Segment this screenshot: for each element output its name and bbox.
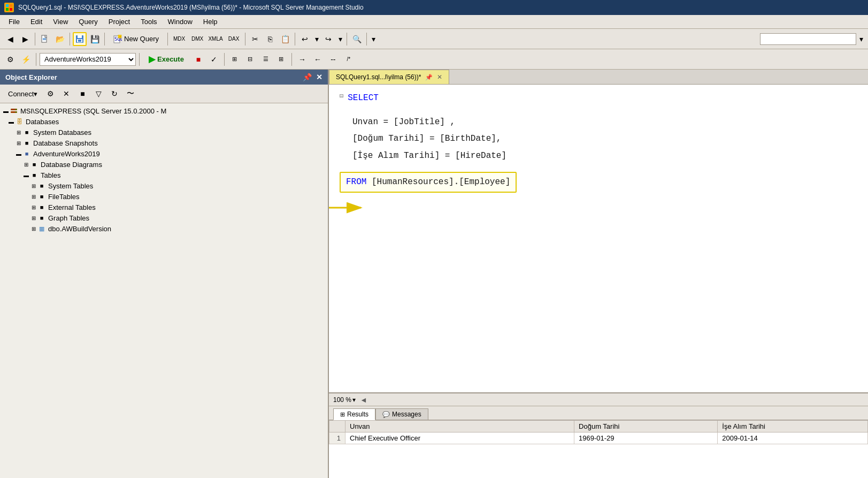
zoom-selector[interactable]: 100 % ▾ bbox=[333, 396, 356, 404]
separator-2 bbox=[70, 33, 70, 45]
uncomment-button[interactable]: /* bbox=[342, 52, 356, 66]
tab-pin-icon[interactable]: 📌 bbox=[425, 74, 433, 81]
results-tab[interactable]: ⊞ Results bbox=[333, 408, 375, 420]
cut-button[interactable]: ✂ bbox=[248, 32, 262, 46]
menu-help[interactable]: Help bbox=[198, 17, 223, 27]
menu-edit[interactable]: Edit bbox=[25, 17, 48, 27]
tree-systables[interactable]: ⊞ ■ System Tables bbox=[0, 180, 328, 191]
results-toolbar: 100 % ▾ ◄ bbox=[329, 393, 868, 406]
menu-project[interactable]: Project bbox=[103, 17, 135, 27]
menu-file[interactable]: File bbox=[3, 17, 25, 27]
sysdbs-expand-icon: ⊞ bbox=[15, 128, 22, 136]
sql-code-area[interactable]: ⊟ SELECT Unvan = [JobTitle] , [Doğum Tar… bbox=[329, 85, 868, 392]
dmx-button[interactable]: DMX bbox=[189, 32, 206, 46]
undo-dropdown[interactable]: ▾ bbox=[313, 32, 320, 46]
oe-stop-button[interactable]: ■ bbox=[75, 87, 89, 101]
new-query-button[interactable]: SQL + New Query bbox=[107, 32, 165, 47]
menu-view[interactable]: View bbox=[48, 17, 73, 27]
search-input[interactable] bbox=[760, 33, 856, 45]
filetables-icon: ■ bbox=[37, 192, 46, 201]
oe-tree: ▬ MSI\SQLEXPRESS (SQL Server 15.0.2000 -… bbox=[0, 103, 328, 478]
tree-dbsnaps[interactable]: ⊞ ■ Database Snapshots bbox=[0, 138, 328, 148]
tree-adventureworks[interactable]: ▬ ■ AdventureWorks2019 bbox=[0, 148, 328, 159]
menu-query[interactable]: Query bbox=[73, 17, 103, 27]
oe-refresh-button[interactable]: ↻ bbox=[107, 87, 121, 101]
dbsnaps-expand-icon: ⊞ bbox=[15, 139, 22, 147]
redo-button[interactable]: ↪ bbox=[321, 32, 335, 46]
results-table-container: Unvan Doğum Tarihi İşe Alım Tarihi 1 Chi… bbox=[329, 420, 868, 478]
grid-button[interactable]: ⊞ bbox=[274, 52, 288, 66]
svg-rect-1 bbox=[10, 4, 12, 7]
table-row: 1 Chief Executive Officer 1969-01-29 200… bbox=[329, 433, 868, 444]
save-all-button[interactable]: 💾 bbox=[88, 32, 102, 46]
tables-expand-icon: ▬ bbox=[22, 171, 30, 179]
app-icon bbox=[4, 3, 14, 12]
results-button[interactable]: ☰ bbox=[259, 52, 273, 66]
disp-est-button[interactable]: ⊟ bbox=[243, 52, 257, 66]
database-selector[interactable]: AdventureWorks2019 bbox=[40, 53, 136, 66]
toolbar2-btn2[interactable]: ⚡ bbox=[19, 52, 33, 66]
execute-button[interactable]: ▶ Execute bbox=[143, 52, 190, 67]
back-button[interactable]: ◀ bbox=[3, 32, 17, 46]
filetables-expand-icon: ⊞ bbox=[30, 193, 37, 200]
tree-tables[interactable]: ▬ ■ Tables bbox=[0, 170, 328, 180]
search-dropdown[interactable]: ▾ bbox=[857, 32, 865, 46]
check-button[interactable]: ✓ bbox=[207, 52, 221, 66]
separator-6 bbox=[295, 33, 295, 45]
tree-server[interactable]: ▬ MSI\SQLEXPRESS (SQL Server 15.0.2000 -… bbox=[0, 105, 328, 116]
parse-button[interactable]: ⊞ bbox=[228, 52, 242, 66]
oe-connect-button[interactable]: Connect▾ bbox=[4, 87, 41, 101]
tree-databases[interactable]: ▬ 🗄 Databases bbox=[0, 116, 328, 127]
tree-externtables[interactable]: ⊞ ■ External Tables bbox=[0, 202, 328, 213]
copy-button[interactable]: ⎘ bbox=[263, 32, 277, 46]
open-file-button[interactable]: 📂 bbox=[53, 32, 67, 46]
oe-filter-button[interactable]: ⚙ bbox=[43, 87, 57, 101]
zoom-dropdown-icon[interactable]: ▾ bbox=[352, 396, 356, 404]
awbuild-expand-icon: ⊞ bbox=[30, 225, 37, 232]
view-button[interactable]: 🔍 bbox=[350, 32, 364, 46]
messages-tab-icon: 💬 bbox=[382, 411, 390, 418]
toolbar2-btn1[interactable]: ⚙ bbox=[3, 52, 17, 66]
aw-icon: ■ bbox=[22, 149, 31, 158]
tree-awbuild[interactable]: ⊞ ▦ dbo.AWBuildVersion bbox=[0, 223, 328, 234]
undo-button[interactable]: ↩ bbox=[298, 32, 312, 46]
filetables-label: FileTables bbox=[48, 193, 80, 201]
comment-button[interactable]: -- bbox=[326, 52, 340, 66]
oe-disconnect-button[interactable]: ✕ bbox=[59, 87, 73, 101]
dax-button[interactable]: DAX bbox=[225, 32, 242, 46]
oe-filter2-button[interactable]: ▽ bbox=[91, 87, 105, 101]
cell-dogum: 1969-01-29 bbox=[574, 433, 718, 444]
oe-activity-button[interactable]: 〜 bbox=[124, 87, 137, 101]
tree-sysdbs[interactable]: ⊞ ■ System Databases bbox=[0, 127, 328, 138]
tab-close-icon[interactable]: ✕ bbox=[437, 73, 442, 81]
menu-tools[interactable]: Tools bbox=[135, 17, 162, 27]
graphtables-label: Graph Tables bbox=[48, 214, 89, 222]
scroll-left-icon[interactable]: ◄ bbox=[360, 396, 367, 404]
inc-indent-button[interactable]: → bbox=[295, 52, 309, 66]
dropdown-btn[interactable]: ▾ bbox=[370, 32, 377, 46]
tree-dbdiagrams[interactable]: ⊞ ■ Database Diagrams bbox=[0, 159, 328, 170]
tree-filetables[interactable]: ⊞ ■ FileTables bbox=[0, 191, 328, 202]
editor-tab-main[interactable]: SQLQuery1.sql...l\yilma (56))* 📌 ✕ bbox=[329, 70, 449, 84]
stop-button[interactable]: ■ bbox=[191, 52, 205, 66]
forward-button[interactable]: ▶ bbox=[18, 32, 32, 46]
oe-pin-icon[interactable]: 📌 bbox=[303, 73, 312, 81]
redo-dropdown[interactable]: ▾ bbox=[336, 32, 344, 46]
mdx-button[interactable]: MDX bbox=[171, 32, 188, 46]
paste-button[interactable]: 📋 bbox=[278, 32, 292, 46]
title-text: SQLQuery1.sql - MSI\SQLEXPRESS.Adventure… bbox=[18, 4, 364, 11]
save-button highlighted[interactable] bbox=[73, 32, 87, 46]
col-dogum: Doğum Tarihi bbox=[574, 421, 718, 433]
tables-label: Tables bbox=[41, 171, 61, 179]
messages-tab[interactable]: 💬 Messages bbox=[375, 408, 428, 420]
xmla-button[interactable]: XMLA bbox=[207, 32, 224, 46]
separator-4 bbox=[167, 33, 168, 45]
code-line5: [İşe Alım Tarihi] = [HireDate] bbox=[352, 149, 857, 163]
svg-rect-10 bbox=[78, 40, 81, 42]
new-file-button[interactable] bbox=[38, 32, 52, 46]
menu-window[interactable]: Window bbox=[163, 17, 198, 27]
dec-indent-button[interactable]: ← bbox=[311, 52, 325, 66]
tree-graphtables[interactable]: ⊞ ■ Graph Tables bbox=[0, 213, 328, 223]
oe-close-icon[interactable]: ✕ bbox=[316, 73, 322, 81]
systables-icon: ■ bbox=[37, 181, 46, 190]
